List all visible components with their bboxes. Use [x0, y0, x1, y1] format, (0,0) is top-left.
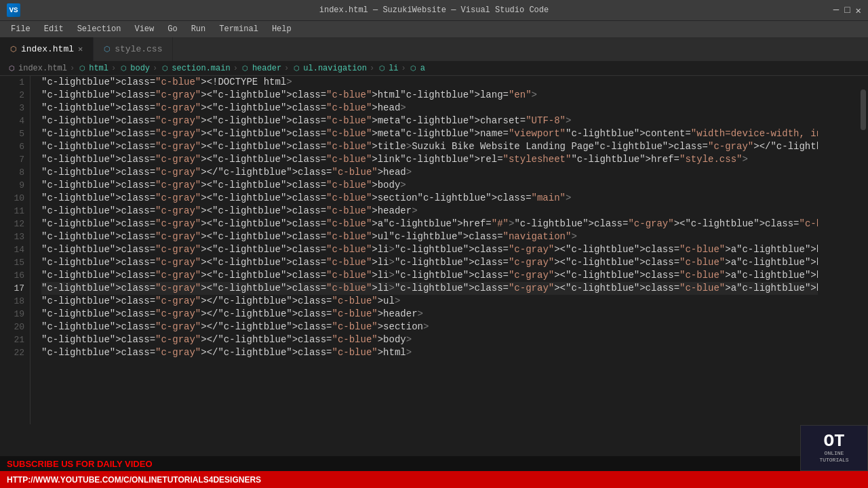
line-num-18: 18: [0, 295, 24, 308]
code-line-2[interactable]: "c-lightblue">class="c-gray"><"c-lightbl…: [41, 89, 818, 102]
ot-logo-main: OT: [823, 432, 844, 450]
subscribe-text: SUBSCRIBE US FOR DAILY VIDEO: [7, 459, 153, 469]
menu-view[interactable]: View: [129, 23, 159, 35]
line-num-5: 5: [0, 127, 24, 140]
code-line-19[interactable]: "c-lightblue">class="c-gray"></"c-lightb…: [41, 308, 818, 321]
subscribe-bar: SUBSCRIBE US FOR DAILY VIDEO: [0, 456, 800, 471]
breadcrumb-header-tag: header: [252, 64, 281, 73]
code-line-8[interactable]: "c-lightblue">class="c-gray"></"c-lightb…: [41, 166, 818, 179]
breadcrumb-a[interactable]: ⬡ a: [409, 64, 425, 73]
code-line-6[interactable]: "c-lightblue">class="c-gray"><"c-lightbl…: [41, 140, 818, 153]
title-bar: VS index.html — SuzukiWebsite — Visual S…: [0, 0, 868, 20]
breadcrumb-ul[interactable]: ⬡ ul.navigation: [292, 64, 367, 73]
line-num-6: 6: [0, 140, 24, 153]
code-line-1[interactable]: "c-lightblue">class="c-blue"><!DOCTYPE h…: [41, 76, 818, 89]
sep7: ›: [401, 64, 406, 73]
code-line-4[interactable]: "c-lightblue">class="c-gray"><"c-lightbl…: [41, 115, 818, 127]
tag-icon-1: ⬡: [77, 64, 87, 73]
sep1: ›: [70, 64, 75, 73]
line-num-10: 10: [0, 192, 24, 205]
menu-edit[interactable]: Edit: [39, 23, 69, 35]
editor-area: 12345678910111213141516171819202122 "c-l…: [0, 76, 868, 424]
code-line-5[interactable]: "c-lightblue">class="c-gray"><"c-lightbl…: [41, 127, 818, 140]
menu-terminal[interactable]: Terminal: [214, 23, 264, 35]
file-icon: ⬡: [7, 64, 16, 73]
menu-bar: File Edit Selection View Go Run Terminal…: [0, 20, 868, 37]
line-num-13: 13: [0, 230, 24, 243]
line-num-19: 19: [0, 308, 24, 321]
breadcrumb-html-tag: html: [89, 64, 108, 73]
menu-go[interactable]: Go: [162, 23, 182, 35]
sep2: ›: [111, 64, 116, 73]
breadcrumb-body[interactable]: ⬡ body: [119, 64, 150, 73]
line-num-4: 4: [0, 115, 24, 127]
tab-style-css[interactable]: ⬡ style.css: [94, 37, 173, 61]
breadcrumb-ul-tag: ul.navigation: [303, 64, 367, 73]
code-line-18[interactable]: "c-lightblue">class="c-gray"></"c-lightb…: [41, 295, 818, 308]
tag-icon-3: ⬡: [160, 64, 170, 73]
code-line-17[interactable]: "c-lightblue">class="c-gray"><"c-lightbl…: [41, 282, 818, 295]
ot-logo: OT ONLINETUTORIALS: [800, 425, 868, 471]
ot-logo-online: ONLINETUTORIALS: [819, 450, 848, 464]
line-num-3: 3: [0, 102, 24, 115]
breadcrumb-header[interactable]: ⬡ header: [241, 64, 281, 73]
code-line-22[interactable]: "c-lightblue">class="c-gray"></"c-lightb…: [41, 346, 818, 359]
line-num-8: 8: [0, 166, 24, 179]
maximize-button[interactable]: □: [844, 5, 850, 16]
breadcrumb-a-tag: a: [420, 64, 425, 73]
line-num-16: 16: [0, 269, 24, 282]
code-line-20[interactable]: "c-lightblue">class="c-gray"></"c-lightb…: [41, 321, 818, 333]
breadcrumb-li-tag: li: [389, 64, 398, 73]
sep6: ›: [370, 64, 374, 73]
tab-bar: ⬡ index.html ✕ ⬡ style.css: [0, 37, 868, 61]
close-button[interactable]: ✕: [856, 5, 861, 16]
line-num-15: 15: [0, 256, 24, 269]
html-file-icon: ⬡: [10, 45, 17, 54]
breadcrumb-li[interactable]: ⬡ li: [377, 64, 398, 73]
sep4: ›: [233, 64, 238, 73]
tab-index-html[interactable]: ⬡ index.html ✕: [0, 37, 94, 61]
tab-close-index[interactable]: ✕: [78, 44, 83, 54]
menu-run[interactable]: Run: [186, 23, 212, 35]
breadcrumb-section[interactable]: ⬡ section.main: [160, 64, 230, 73]
menu-file[interactable]: File: [5, 23, 36, 35]
line-num-21: 21: [0, 333, 24, 346]
line-num-2: 2: [0, 89, 24, 102]
menu-help[interactable]: Help: [267, 23, 297, 35]
url-bar: HTTP://WWW.YOUTUBE.COM/C/ONLINETUTORIALS…: [0, 471, 868, 488]
scrollbar[interactable]: [859, 76, 868, 424]
breadcrumb-html[interactable]: ⬡ html: [77, 64, 108, 73]
line-num-20: 20: [0, 321, 24, 333]
minimize-button[interactable]: ─: [833, 5, 839, 16]
code-line-14[interactable]: "c-lightblue">class="c-gray"><"c-lightbl…: [41, 243, 818, 256]
tab-label-index: index.html: [21, 44, 74, 54]
code-line-13[interactable]: "c-lightblue">class="c-gray"><"c-lightbl…: [41, 230, 818, 243]
code-line-10[interactable]: "c-lightblue">class="c-gray"><"c-lightbl…: [41, 192, 818, 205]
code-line-15[interactable]: "c-lightblue">class="c-gray"><"c-lightbl…: [41, 256, 818, 269]
tag-icon-7: ⬡: [409, 64, 418, 73]
tag-icon-4: ⬡: [241, 64, 250, 73]
code-line-21[interactable]: "c-lightblue">class="c-gray"></"c-lightb…: [41, 333, 818, 346]
code-line-11[interactable]: "c-lightblue">class="c-gray"><"c-lightbl…: [41, 205, 818, 218]
scrollbar-thumb[interactable]: [861, 89, 866, 130]
code-line-7[interactable]: "c-lightblue">class="c-gray"><"c-lightbl…: [41, 153, 818, 166]
sep3: ›: [153, 64, 157, 73]
menu-selection[interactable]: Selection: [72, 23, 127, 35]
window-controls[interactable]: ─ □ ✕: [833, 5, 861, 16]
tab-label-css: style.css: [115, 44, 162, 54]
code-line-16[interactable]: "c-lightblue">class="c-gray"><"c-lightbl…: [41, 269, 818, 282]
line-num-7: 7: [0, 153, 24, 166]
title-bar-app-icon: VS: [7, 3, 20, 17]
url-text: HTTP://WWW.YOUTUBE.COM/C/ONLINETUTORIALS…: [7, 475, 261, 485]
tag-icon-6: ⬡: [377, 64, 387, 73]
line-num-11: 11: [0, 205, 24, 218]
line-num-12: 12: [0, 218, 24, 230]
code-line-12[interactable]: "c-lightblue">class="c-gray"><"c-lightbl…: [41, 218, 818, 230]
code-line-9[interactable]: "c-lightblue">class="c-gray"><"c-lightbl…: [41, 179, 818, 192]
code-editor[interactable]: "c-lightblue">class="c-blue"><!DOCTYPE h…: [31, 76, 818, 424]
breadcrumb-file[interactable]: ⬡ index.html: [7, 64, 67, 73]
window-title: index.html — SuzukiWebsite — Visual Stud…: [319, 5, 549, 15]
line-num-22: 22: [0, 346, 24, 359]
code-line-3[interactable]: "c-lightblue">class="c-gray"><"c-lightbl…: [41, 102, 818, 115]
line-num-1: 1: [0, 76, 24, 89]
